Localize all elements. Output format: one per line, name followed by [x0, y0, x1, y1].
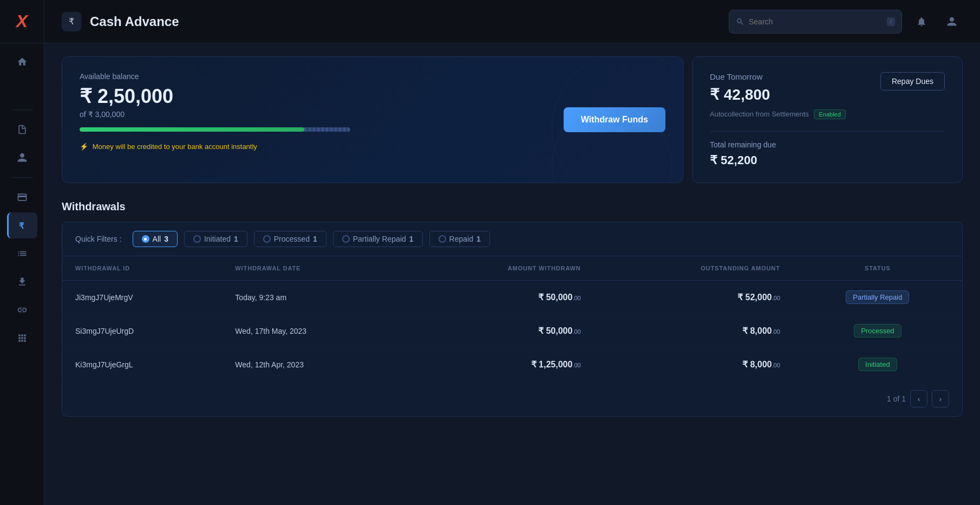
filter-all[interactable]: All 3: [133, 231, 178, 247]
filter-repaid-label: Repaid: [449, 235, 473, 243]
autocollection-status: Autocollection from Settlements Enabled: [710, 110, 945, 118]
user-profile-button[interactable]: [941, 11, 963, 33]
sidebar-divider-1: [11, 109, 33, 110]
balance-amount: ₹ 2,50,000: [80, 85, 665, 108]
cards-row: Available balance ₹ 2,50,000 of ₹ 3,00,0…: [62, 56, 963, 183]
col-withdrawal-id: WITHDRAWAL ID: [62, 256, 222, 281]
cell-id-1: Si3mgJ7UjeUrgD: [62, 314, 222, 348]
filter-initiated-count: 1: [234, 235, 238, 243]
filter-all-label: All: [153, 235, 161, 243]
filter-label: Quick Filters :: [75, 235, 122, 243]
repay-dues-button[interactable]: Repay Dues: [880, 72, 945, 90]
col-outstanding-amount: OUTSTANDING AMOUNT: [594, 256, 793, 281]
search-shortcut: /: [887, 17, 895, 26]
cell-amount-0: ₹ 50,000.00: [406, 281, 593, 314]
sidebar-item-rupee[interactable]: ₹: [7, 212, 37, 238]
sidebar-item-arrow[interactable]: [7, 77, 37, 103]
withdraw-funds-button[interactable]: Withdraw Funds: [564, 107, 665, 132]
filter-partially-repaid-count: 1: [409, 235, 414, 243]
col-withdrawal-date: WITHDRAWAL DATE: [222, 256, 406, 281]
instant-note-text: Money will be credited to your bank acco…: [93, 143, 257, 151]
pagination-next-button[interactable]: ›: [932, 390, 949, 407]
status-badge-1: Processed: [854, 324, 901, 338]
lightning-icon: ⚡: [80, 143, 88, 151]
sidebar-item-document[interactable]: [7, 116, 37, 143]
content-area: Available balance ₹ 2,50,000 of ₹ 3,00,0…: [44, 43, 980, 505]
filter-bar: Quick Filters : All 3 Initiated 1 Proces…: [62, 222, 963, 256]
amount-whole-0: ₹ 50,000: [538, 293, 572, 302]
filter-partially-repaid[interactable]: Partially Repaid 1: [333, 231, 423, 247]
currency-symbol: ₹: [69, 16, 74, 27]
balance-label: Available balance: [80, 72, 665, 81]
outstanding-decimal-0: .00: [772, 295, 780, 301]
outstanding-whole-1: ₹ 8,000: [742, 326, 772, 335]
status-badge-2: Initiated: [858, 358, 897, 371]
filter-dot-partially-repaid: [342, 235, 350, 243]
sidebar-logo: X: [0, 0, 44, 43]
topbar: ₹ Cash Advance /: [44, 0, 980, 43]
table-row: Ki3mgJ7UjeGrgL Wed, 12th Apr, 2023 ₹ 1,2…: [62, 348, 962, 381]
due-card: Repay Dues Due Tomorrow ₹ 42,800 Autocol…: [692, 56, 963, 183]
filter-initiated-label: Initiated: [204, 235, 231, 243]
topbar-currency-icon: ₹: [62, 12, 81, 31]
outstanding-decimal-1: .00: [772, 328, 780, 335]
pagination: 1 of 1 ‹ ›: [62, 381, 962, 416]
cell-status-1: Processed: [793, 314, 962, 348]
cell-date-0: Today, 9:23 am: [222, 281, 406, 314]
table-row: Si3mgJ7UjeUrgD Wed, 17th May, 2023 ₹ 50,…: [62, 314, 962, 348]
progress-fill: [80, 127, 304, 132]
cell-outstanding-0: ₹ 52,000.00: [594, 281, 793, 314]
amount-decimal-0: .00: [572, 295, 580, 301]
cell-date-1: Wed, 17th May, 2023: [222, 314, 406, 348]
notifications-button[interactable]: [911, 11, 932, 33]
filter-dot-all: [142, 235, 149, 243]
outstanding-whole-2: ₹ 8,000: [742, 360, 772, 369]
pagination-prev-button[interactable]: ‹: [910, 390, 927, 407]
cell-date-2: Wed, 12th Apr, 2023: [222, 348, 406, 381]
amount-decimal-2: .00: [572, 362, 580, 368]
amount-whole-1: ₹ 50,000: [538, 326, 572, 335]
sidebar-item-download[interactable]: [7, 269, 37, 295]
remaining-amount: ₹ 52,200: [710, 153, 945, 167]
sidebar-item-list[interactable]: [7, 241, 37, 267]
sidebar-item-card[interactable]: [7, 184, 37, 210]
svg-text:₹: ₹: [19, 221, 24, 230]
progress-bar: [80, 127, 350, 132]
table-header-row: WITHDRAWAL ID WITHDRAWAL DATE AMOUNT WIT…: [62, 256, 962, 281]
table-row: Ji3mgJ7UjeMrgV Today, 9:23 am ₹ 50,000.0…: [62, 281, 962, 314]
filter-repaid[interactable]: Repaid 1: [429, 231, 490, 247]
filter-processed-count: 1: [313, 235, 317, 243]
withdrawals-table: WITHDRAWAL ID WITHDRAWAL DATE AMOUNT WIT…: [62, 256, 962, 381]
outstanding-whole-0: ₹ 52,000: [737, 293, 772, 302]
sidebar-item-link[interactable]: [7, 297, 37, 323]
cell-outstanding-1: ₹ 8,000.00: [594, 314, 793, 348]
cell-outstanding-2: ₹ 8,000.00: [594, 348, 793, 381]
filter-dot-processed: [263, 235, 271, 243]
outstanding-decimal-2: .00: [772, 362, 780, 368]
amount-whole-2: ₹ 1,25,000: [531, 360, 573, 369]
col-status: STATUS: [793, 256, 962, 281]
search-input[interactable]: [749, 17, 883, 26]
filter-processed[interactable]: Processed 1: [254, 231, 326, 247]
sidebar-item-home[interactable]: [7, 49, 37, 75]
pagination-label: 1 of 1: [887, 394, 906, 403]
search-icon: [736, 17, 744, 26]
topbar-actions: [911, 11, 963, 33]
balance-card: Available balance ₹ 2,50,000 of ₹ 3,00,0…: [62, 56, 683, 183]
filter-initiated[interactable]: Initiated 1: [184, 231, 247, 247]
main-area: ₹ Cash Advance / Available balance ₹ 2,5…: [44, 0, 980, 505]
logo-x-icon: X: [16, 11, 28, 31]
filter-processed-label: Processed: [274, 235, 310, 243]
sidebar-item-user[interactable]: [7, 145, 37, 171]
page-title: Cash Advance: [90, 14, 720, 29]
progress-stripe: [304, 127, 350, 132]
filter-repaid-count: 1: [476, 235, 481, 243]
remaining-label: Total remaining due: [710, 140, 945, 149]
search-bar[interactable]: /: [729, 10, 902, 34]
sidebar-divider-2: [11, 177, 33, 178]
sidebar-item-grid[interactable]: [7, 325, 37, 351]
filter-all-count: 3: [164, 235, 168, 243]
sidebar: X ₹: [0, 0, 44, 505]
sidebar-nav: ₹: [0, 43, 44, 505]
filter-partially-repaid-label: Partially Repaid: [353, 235, 406, 243]
